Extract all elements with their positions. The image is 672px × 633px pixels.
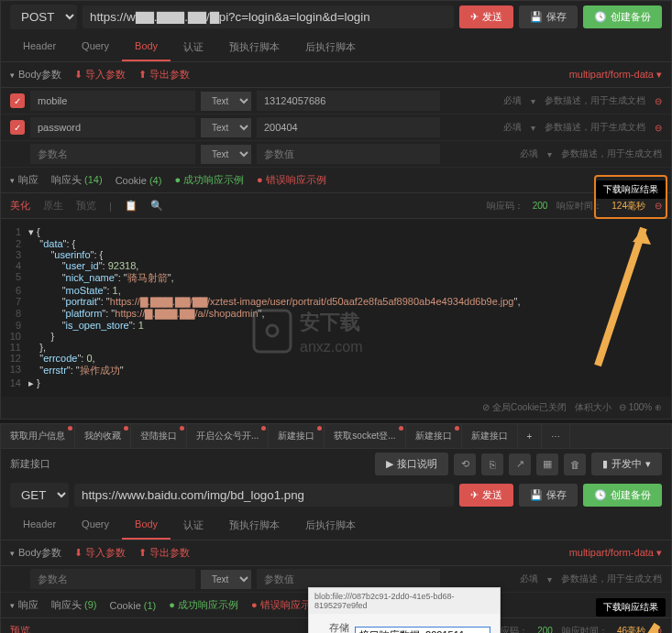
file-tab-7[interactable]: 新建接口 [462,424,518,448]
delete-icon[interactable]: ⊖ [655,123,662,133]
resp-tab-cookie-2[interactable]: Cookie (1) [110,600,157,611]
desc-button[interactable]: ▶ 接口说明 [375,453,448,475]
svg-marker-4 [633,228,651,245]
import-params[interactable]: ⬇ 导入参数 [74,68,126,82]
delete-icon[interactable]: ⊖ [655,96,662,106]
tab-prescript[interactable]: 预执行脚本 [216,33,292,61]
dialog-title: blob:file:///087b2c91-2dd0-41e5-bd68-819… [309,588,500,614]
tab-prescript-2[interactable]: 预执行脚本 [216,511,292,540]
share-icon[interactable]: ↗ [509,453,531,475]
tab-auth-2[interactable]: 认证 [171,511,216,540]
body-params-label-2[interactable]: Body参数 [10,546,61,560]
response-code[interactable]: 1▾ { 2 "data": { 3 "userinfo": { 4 "user… [1,219,671,397]
param-name-2[interactable] [30,144,195,164]
copy-icon[interactable]: 📋 [125,200,138,212]
arrow-annotation-2 [506,611,671,633]
param-check-0[interactable]: ✓ [10,93,25,108]
tab-query-2[interactable]: Query [69,511,122,540]
param-name-b[interactable] [30,569,195,589]
copy-icon[interactable]: ⎘ [481,453,503,475]
dev-status[interactable]: ▮ 开发中 ▾ [591,453,662,475]
content-type-2[interactable]: multipart/form-data ▾ [569,547,662,559]
param-type-1[interactable]: Text [201,118,251,137]
tab-body[interactable]: Body [122,33,171,61]
import-params-2[interactable]: ⬇ 导入参数 [74,546,126,560]
resp-tab-headers-2[interactable]: 响应头 (9) [51,598,97,612]
code-icon[interactable]: ▦ [536,453,558,475]
saveas-label: 存储为： [318,621,349,633]
method-select-2[interactable]: GET [10,483,69,507]
param-type-b[interactable]: Text [201,570,251,589]
file-tab-2[interactable]: 登陆接口 [131,424,187,448]
content-type[interactable]: multipart/form-data ▾ [569,69,662,81]
resp-tab-headers[interactable]: 响应头 (14) [51,173,103,187]
resp-tab-response-2[interactable]: 响应 [10,598,39,612]
url-input[interactable] [83,5,454,28]
view-raw[interactable]: 原生 [43,199,63,213]
backup-button[interactable]: 🕓 创建备份 [583,5,662,28]
param-value-0[interactable] [257,91,440,111]
param-name-0[interactable] [30,91,195,111]
file-tab-1[interactable]: 我的收藏 [75,424,131,448]
resp-tab-cookie[interactable]: Cookie (4) [116,175,162,186]
file-tab-0[interactable]: 获取用户信息 [1,424,75,448]
send-button-2[interactable]: ✈ 发送 [459,484,513,507]
file-tab-3[interactable]: 开启公众号开... [187,424,269,448]
search-icon[interactable]: 🔍 [150,200,163,212]
backup-button-2[interactable]: 🕓 创建备份 [583,484,662,507]
file-tab-5[interactable]: 获取socket登... [325,424,405,448]
save-button[interactable]: 💾 保存 [519,5,578,28]
view-preview-2[interactable]: 预览 [10,624,30,633]
refresh-icon[interactable]: ⟲ [454,453,476,475]
filename-input[interactable] [355,627,490,633]
param-type-0[interactable]: Text [201,92,251,111]
resp-tab-success-2[interactable]: ● 成功响应示例 [169,598,238,612]
param-value-2[interactable] [257,144,440,164]
delete-icon[interactable]: 🗑 [564,453,586,475]
tab-postscript-2[interactable]: 后执行脚本 [292,511,369,540]
save-dialog: blob:file:///087b2c91-2dd0-41e5-bd68-819… [308,587,501,633]
more-tabs[interactable]: ⋯ [542,424,570,448]
file-tabs: 获取用户信息 我的收藏 登陆接口 开启公众号开... 新建接口 获取socket… [1,424,671,449]
resp-tab-error[interactable]: ● 错误响应示例 [257,173,326,187]
request-tabs: Header Query Body 认证 预执行脚本 后执行脚本 [1,33,671,62]
resp-tab-success[interactable]: ● 成功响应示例 [174,173,244,187]
view-beauty[interactable]: 美化 [10,199,30,213]
param-check-1[interactable]: ✓ [10,120,25,135]
view-preview[interactable]: 预览 [76,199,96,213]
arrow-annotation [589,210,662,375]
page-title: 新建接口 [10,457,50,471]
export-params[interactable]: ⬆ 导出参数 [138,68,190,82]
tab-postscript[interactable]: 后执行脚本 [292,33,369,61]
param-name-1[interactable] [30,117,195,137]
param-type-2[interactable]: Text [201,145,251,164]
save-button-2[interactable]: 💾 保存 [519,484,578,507]
export-params-2[interactable]: ⬆ 导出参数 [138,546,190,560]
download-tooltip: 下载响应结果 [596,180,666,199]
tab-header-2[interactable]: Header [10,511,69,540]
tab-header[interactable]: Header [10,33,69,61]
param-value-1[interactable] [257,117,440,137]
file-tab-6[interactable]: 新建接口 [406,424,462,448]
param-value-b[interactable] [257,569,440,589]
url-input-2[interactable] [74,484,454,507]
file-tab-4[interactable]: 新建接口 [269,424,325,448]
tab-auth[interactable]: 认证 [171,33,216,61]
tab-body-2[interactable]: Body [122,511,171,540]
add-tab[interactable]: + [518,424,543,448]
send-button[interactable]: ✈ 发送 [459,5,513,28]
tab-query[interactable]: Query [69,33,122,61]
method-select[interactable]: POST [10,5,77,29]
resp-tab-response[interactable]: 响应 [10,173,39,187]
body-params-label[interactable]: Body参数 [10,68,61,82]
